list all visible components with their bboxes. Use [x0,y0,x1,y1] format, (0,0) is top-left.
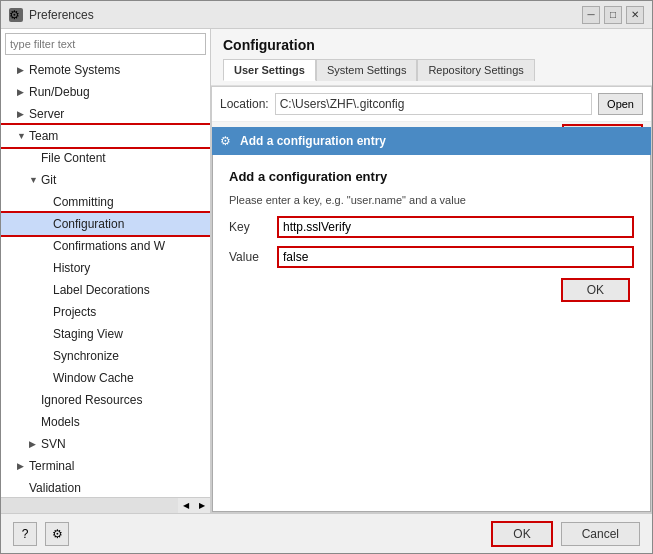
page-title: Configuration [223,37,640,53]
tree-label: Team [29,129,58,143]
tree-label: Terminal [29,459,74,473]
tree-item-staging-view[interactable]: Staging View [1,323,210,345]
scroll-right[interactable]: ▶ [194,498,210,513]
tree-item-committing[interactable]: Committing [1,191,210,213]
filter-box [5,33,206,55]
location-label: Location: [220,97,269,111]
key-input[interactable] [277,216,634,238]
expand-arrow: ▶ [17,65,29,75]
tree-item-history[interactable]: History [1,257,210,279]
dialog-value-row: Value [229,246,634,268]
tree-label: Confirmations and W [53,239,165,253]
left-panel: ▶ Remote Systems ▶ Run/Debug ▶ Server ▼ … [1,29,211,513]
tree-item-server[interactable]: ▶ Server [1,103,210,125]
expand-arrow: ▶ [17,87,29,97]
dialog-body-desc: Please enter a key, e.g. "user.name" and… [229,194,634,206]
tree-item-remote-systems[interactable]: ▶ Remote Systems [1,59,210,81]
dialog-title: Add a configuration entry [240,134,386,148]
help-icon: ? [22,527,29,541]
tab-repository-settings[interactable]: Repository Settings [417,59,534,81]
open-button[interactable]: Open [598,93,643,115]
minimize-button[interactable]: ─ [582,6,600,24]
tree-label: History [53,261,90,275]
right-panel: Configuration User Settings System Setti… [211,29,652,513]
window-title: Preferences [29,8,94,22]
window-icon: ⚙ [9,8,23,22]
tab-system-settings[interactable]: System Settings [316,59,417,81]
tree-item-validation[interactable]: Validation [1,477,210,497]
tree-item-terminal[interactable]: ▶ Terminal [1,455,210,477]
tree-label: Staging View [53,327,123,341]
cancel-button[interactable]: Cancel [561,522,640,546]
tree-label: Run/Debug [29,85,90,99]
dialog-ok-row: OK [229,278,634,302]
tree-item-models[interactable]: Models [1,411,210,433]
value-label: Value [229,250,269,264]
dialog-ok-button[interactable]: OK [561,278,630,302]
tree-item-team[interactable]: ▼ Team [1,125,210,147]
maximize-button[interactable]: □ [604,6,622,24]
expand-arrow: ▶ [17,109,29,119]
tree-label: Ignored Resources [41,393,142,407]
expand-arrow: ▶ [17,461,29,471]
tree-item-file-content[interactable]: File Content [1,147,210,169]
tree-label: Window Cache [53,371,134,385]
tree-scroll-bar: ◀ ▶ [1,497,210,513]
value-input[interactable] [277,246,634,268]
tree-label: Git [41,173,56,187]
location-row: Location: Open [212,87,651,122]
tree-label: Projects [53,305,96,319]
title-bar: ⚙ Preferences ─ □ ✕ [1,1,652,29]
tree-item-run-debug[interactable]: ▶ Run/Debug [1,81,210,103]
right-header: Configuration User Settings System Setti… [211,29,652,86]
tree-label: File Content [41,151,106,165]
add-entry-dialog: ⚙ Add a configuration entry Add a config… [212,127,651,512]
tree-label: Configuration [53,217,124,231]
tree-label: Validation [29,481,81,495]
tree-item-confirmations[interactable]: Confirmations and W [1,235,210,257]
right-body: Location: Open Key Value Add Entry... ⚙ … [211,86,652,513]
tree-label: Label Decorations [53,283,150,297]
tree-item-projects[interactable]: Projects [1,301,210,323]
close-button[interactable]: ✕ [626,6,644,24]
preferences-icon: ⚙ [52,527,63,541]
tree-item-ignored-resources[interactable]: Ignored Resources [1,389,210,411]
preferences-icon-button[interactable]: ⚙ [45,522,69,546]
dialog-body-title: Add a configuration entry [229,169,634,184]
tabs: User Settings System Settings Repository… [223,59,640,81]
bottom-right: OK Cancel [491,521,640,547]
scroll-left[interactable]: ◀ [178,498,194,513]
location-input[interactable] [275,93,592,115]
tree-item-git[interactable]: ▼ Git [1,169,210,191]
filter-input[interactable] [5,33,206,55]
ok-button[interactable]: OK [491,521,552,547]
tree-item-window-cache[interactable]: Window Cache [1,367,210,389]
tab-user-settings[interactable]: User Settings [223,59,316,81]
tree-label: Remote Systems [29,63,120,77]
title-bar-left: ⚙ Preferences [9,8,94,22]
dialog-body: Add a configuration entry Please enter a… [212,155,651,512]
tree-item-configuration[interactable]: Configuration [1,213,210,235]
key-label: Key [229,220,269,234]
tree-item-synchronize[interactable]: Synchronize [1,345,210,367]
dialog-icon: ⚙ [220,134,234,148]
dialog-key-row: Key [229,216,634,238]
tree-label: SVN [41,437,66,451]
bottom-bar: ? ⚙ OK Cancel [1,513,652,553]
tree-label: Synchronize [53,349,119,363]
expand-arrow: ▼ [29,175,41,185]
help-button[interactable]: ? [13,522,37,546]
dialog-form: Key Value [229,216,634,268]
preferences-window: ⚙ Preferences ─ □ ✕ ▶ Remote Systems ▶ [0,0,653,554]
tree-label: Committing [53,195,114,209]
tree-area: ▶ Remote Systems ▶ Run/Debug ▶ Server ▼ … [1,59,210,497]
tree-label: Models [41,415,80,429]
tree-item-label-decorations[interactable]: Label Decorations [1,279,210,301]
bottom-left: ? ⚙ [13,522,69,546]
expand-arrow: ▶ [29,439,41,449]
title-bar-buttons: ─ □ ✕ [582,6,644,24]
main-content: ▶ Remote Systems ▶ Run/Debug ▶ Server ▼ … [1,29,652,513]
dialog-title-bar: ⚙ Add a configuration entry [212,127,651,155]
expand-arrow: ▼ [17,131,29,141]
tree-item-svn[interactable]: ▶ SVN [1,433,210,455]
